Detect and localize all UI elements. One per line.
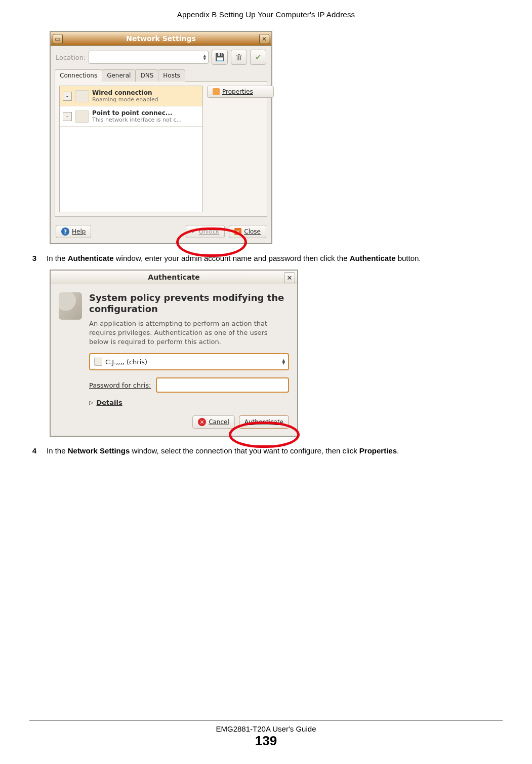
user-select[interactable]: C.J.,,,, (chris) ▴▾ bbox=[89, 353, 289, 370]
delete-location-button[interactable]: 🗑 bbox=[231, 50, 247, 65]
location-combo[interactable]: ▴▾ bbox=[89, 51, 209, 64]
user-selected: C.J.,,,, (chris) bbox=[105, 358, 147, 366]
help-button[interactable]: ? Help bbox=[56, 225, 91, 238]
tab-connections[interactable]: Connections bbox=[55, 69, 102, 82]
tab-dns[interactable]: DNS bbox=[135, 69, 158, 82]
dialog-title: Authenticate bbox=[148, 273, 199, 281]
cancel-icon: ✕ bbox=[198, 418, 206, 426]
unlock-button[interactable]: ✔ Unlock bbox=[186, 225, 225, 238]
connection-row-wired[interactable]: - Wired connection Roaming mode enabled bbox=[60, 86, 202, 106]
details-label: Details bbox=[96, 399, 122, 406]
window-close-icon[interactable]: ✕ bbox=[259, 34, 269, 44]
cancel-label: Cancel bbox=[209, 418, 229, 426]
tab-hosts[interactable]: Hosts bbox=[158, 69, 185, 82]
password-input[interactable] bbox=[156, 377, 289, 393]
window-menu-icon[interactable]: ▭ bbox=[53, 34, 63, 44]
footer-guide: EMG2881-T20A User's Guide bbox=[29, 724, 503, 733]
dialog-heading: System policy prevents modifying the con… bbox=[89, 292, 289, 314]
modem-icon bbox=[75, 110, 89, 123]
collapse-toggle[interactable]: - bbox=[63, 92, 72, 101]
step-3: 3 In the Authenticate window, enter your… bbox=[29, 253, 503, 263]
connection-list: - Wired connection Roaming mode enabled … bbox=[59, 86, 203, 212]
details-expander[interactable]: ▷ Details bbox=[89, 399, 289, 406]
step-number: 3 bbox=[29, 253, 36, 263]
unlock-label: Unlock bbox=[199, 228, 220, 235]
properties-label: Properties bbox=[222, 88, 253, 95]
connection-title: Wired connection bbox=[92, 89, 158, 96]
location-label: Location: bbox=[56, 54, 86, 61]
authenticate-button[interactable]: Authenticate bbox=[239, 415, 289, 429]
dialog-description: An application is attempting to perform … bbox=[89, 319, 289, 346]
apply-button[interactable]: ✔ bbox=[250, 50, 266, 65]
step-4: 4 In the Network Settings window, select… bbox=[29, 446, 503, 456]
ethernet-icon bbox=[75, 90, 89, 102]
tab-bar: Connections General DNS Hosts bbox=[51, 69, 271, 81]
close-icon: ✕ bbox=[234, 228, 241, 235]
collapse-toggle[interactable]: - bbox=[63, 112, 72, 121]
window-titlebar: ▭ Network Settings ✕ bbox=[51, 32, 271, 46]
password-label: Password for chris: bbox=[89, 381, 151, 389]
step-number: 4 bbox=[29, 446, 36, 456]
tab-general[interactable]: General bbox=[102, 69, 136, 82]
close-label: Close bbox=[244, 228, 261, 235]
triangle-right-icon: ▷ bbox=[89, 399, 93, 406]
footer-page-number: 139 bbox=[29, 733, 503, 749]
connection-title: Point to point connec... bbox=[92, 109, 182, 117]
keys-icon bbox=[59, 292, 82, 320]
window-title: Network Settings bbox=[126, 34, 196, 43]
save-location-button[interactable]: 💾 bbox=[212, 50, 228, 65]
figure-network-settings: ▭ Network Settings ✕ Location: ▴▾ 💾 🗑 ✔ … bbox=[50, 31, 503, 244]
running-header: Appendix B Setting Up Your Computer's IP… bbox=[29, 10, 503, 19]
help-label: Help bbox=[72, 228, 86, 235]
properties-icon bbox=[213, 88, 220, 95]
connection-row-ppp[interactable]: - Point to point connec... This network … bbox=[60, 106, 202, 127]
check-icon: ✔ bbox=[255, 53, 262, 62]
step-text: In the Network Settings window, select t… bbox=[47, 446, 399, 456]
figure-authenticate: Authenticate ✕ System policy prevents mo… bbox=[50, 270, 503, 437]
connection-subtitle: This network interface is not c... bbox=[92, 117, 182, 123]
cancel-button[interactable]: ✕ Cancel bbox=[192, 415, 235, 429]
chevron-updown-icon: ▴▾ bbox=[203, 54, 206, 60]
help-icon: ? bbox=[61, 227, 69, 236]
unlock-check-icon: ✔ bbox=[191, 228, 196, 235]
close-button[interactable]: ✕ Close bbox=[229, 225, 266, 238]
dialog-close-icon[interactable]: ✕ bbox=[284, 272, 295, 283]
authenticate-label: Authenticate bbox=[244, 418, 283, 426]
user-icon bbox=[94, 358, 102, 366]
step-text: In the Authenticate window, enter your a… bbox=[47, 253, 421, 263]
dialog-titlebar: Authenticate ✕ bbox=[51, 271, 297, 284]
chevron-updown-icon: ▴▾ bbox=[282, 359, 285, 365]
page-footer: EMG2881-T20A User's Guide 139 bbox=[29, 720, 503, 749]
connection-subtitle: Roaming mode enabled bbox=[92, 96, 158, 103]
properties-button[interactable]: Properties bbox=[207, 86, 274, 98]
